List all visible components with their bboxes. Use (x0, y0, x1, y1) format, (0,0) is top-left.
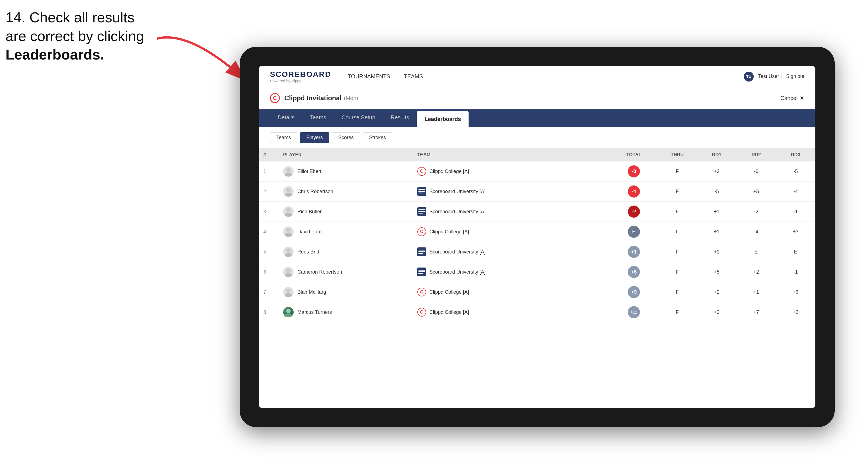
score-badge: +1 (628, 246, 640, 258)
svg-rect-24 (418, 273, 423, 274)
player-avatar (283, 307, 293, 317)
logo-area: SCOREBOARD Powered by clippd (270, 70, 331, 83)
player-avatar (283, 267, 293, 277)
col-header-rd1: RD1 (697, 148, 736, 161)
team-name: Clippd College [A] (430, 168, 469, 175)
player-name: Cameron Robertson (298, 269, 342, 275)
score-badge: E (628, 226, 640, 238)
cell-rd3: -4 (776, 182, 815, 202)
team-icon-clippd: C (417, 167, 426, 176)
cell-thru: F (657, 222, 697, 242)
cell-rd2: +2 (736, 262, 776, 282)
cell-rd1: +1 (697, 222, 736, 242)
cell-player: Chris Robertson (279, 182, 413, 202)
table-row: 3Rich ButlerScoreboard University [A]-2F… (259, 202, 815, 222)
tournament-header: C Clippd Invitational (Men) Cancel ✕ (259, 87, 815, 110)
tab-leaderboards[interactable]: Leaderboards (417, 111, 469, 127)
team-name: Scoreboard University [A] (430, 189, 486, 194)
leaderboard-table-container: # PLAYER TEAM TOTAL THRU RD1 RD2 RD3 1El… (259, 148, 815, 408)
team-icon-scoreboard (417, 207, 426, 216)
cell-rd1: +5 (697, 262, 736, 282)
filter-scores-button[interactable]: Scores (332, 132, 360, 143)
nav-tournaments[interactable]: TOURNAMENTS (348, 72, 390, 81)
cell-rank: 5 (259, 242, 279, 262)
team-name: Scoreboard University [A] (430, 249, 486, 255)
cell-player: Cameron Robertson (279, 262, 413, 282)
tab-details[interactable]: Details (270, 110, 302, 127)
player-avatar (283, 206, 293, 217)
cell-rd3: +3 (776, 222, 815, 242)
team-name: Scoreboard University [A] (430, 269, 486, 275)
nav-teams[interactable]: TEAMS (404, 72, 423, 81)
player-name: Chris Robertson (298, 189, 333, 194)
svg-rect-10 (418, 209, 425, 210)
cell-player: David Ford (279, 222, 413, 242)
cell-total: +9 (610, 282, 657, 302)
col-header-thru: THRU (657, 148, 697, 161)
cell-rank: 1 (259, 161, 279, 182)
cell-rd2: +5 (736, 182, 776, 202)
cell-rd3: +6 (776, 282, 815, 302)
team-icon-clippd: C (417, 308, 426, 317)
cell-team: CClippd College [A] (413, 302, 610, 322)
svg-point-15 (286, 248, 290, 253)
player-name: Blair McHarg (298, 289, 326, 295)
team-icon-clippd: C (417, 227, 426, 236)
col-header-rd3: RD3 (776, 148, 815, 161)
score-badge: +6 (628, 266, 640, 278)
svg-point-20 (286, 268, 290, 273)
cell-rd3: -1 (776, 202, 815, 222)
team-icon-clippd: C (417, 288, 426, 297)
team-name: Clippd College [A] (430, 229, 469, 235)
cell-thru: F (657, 202, 697, 222)
filter-strokes-button[interactable]: Strokes (363, 132, 392, 143)
player-name: Marcus Turners (298, 309, 332, 315)
svg-point-28 (285, 313, 292, 317)
team-name: Scoreboard University [A] (430, 209, 486, 215)
cell-thru: F (657, 262, 697, 282)
player-name: Rees Britt (298, 249, 319, 255)
cell-rank: 7 (259, 282, 279, 302)
cell-player: Elliot Ebert (279, 161, 413, 182)
top-nav: SCOREBOARD Powered by clippd TOURNAMENTS… (259, 66, 815, 87)
svg-point-14 (285, 233, 292, 237)
cell-rd2: +1 (736, 282, 776, 302)
cell-rd2: -4 (736, 222, 776, 242)
cancel-button[interactable]: Cancel ✕ (780, 95, 804, 101)
svg-rect-23 (418, 271, 425, 272)
table-row: 8Marcus TurnersCClippd College [A]+11F+2… (259, 302, 815, 322)
svg-point-4 (285, 193, 292, 197)
svg-rect-7 (418, 193, 423, 193)
instruction-text: 14. Check all results are correct by cli… (5, 8, 144, 64)
score-badge: +11 (628, 306, 640, 318)
filter-teams-button[interactable]: Teams (270, 132, 297, 143)
col-header-player: PLAYER (279, 148, 413, 161)
cell-rd3: E (776, 242, 815, 262)
tab-course-setup[interactable]: Course Setup (334, 110, 383, 127)
svg-rect-17 (418, 250, 425, 250)
sign-out-link[interactable]: Sign out (786, 73, 804, 79)
svg-rect-6 (418, 191, 425, 192)
svg-point-1 (286, 168, 290, 172)
cell-team: Scoreboard University [A] (413, 202, 610, 222)
table-row: 1Elliot EbertCClippd College [A]-8F+3-6-… (259, 161, 815, 182)
cell-rd1: -5 (697, 182, 736, 202)
tab-results[interactable]: Results (383, 110, 417, 127)
table-row: 6Cameron RobertsonScoreboard University … (259, 262, 815, 282)
col-header-team: TEAM (413, 148, 610, 161)
cell-total: -4 (610, 182, 657, 202)
svg-point-3 (286, 188, 290, 192)
svg-point-27 (286, 309, 290, 313)
close-icon: ✕ (800, 95, 804, 101)
tournament-type: (Men) (344, 95, 358, 101)
cell-rd3: -5 (776, 161, 815, 182)
logo-text: SCOREBOARD (270, 70, 331, 79)
cell-total: E (610, 222, 657, 242)
player-name: David Ford (298, 229, 322, 235)
svg-point-2 (285, 173, 292, 177)
svg-point-26 (285, 293, 292, 297)
tab-teams[interactable]: Teams (302, 110, 334, 127)
col-header-rd2: RD2 (736, 148, 776, 161)
filter-players-button[interactable]: Players (300, 132, 329, 143)
cell-team: CClippd College [A] (413, 161, 610, 182)
